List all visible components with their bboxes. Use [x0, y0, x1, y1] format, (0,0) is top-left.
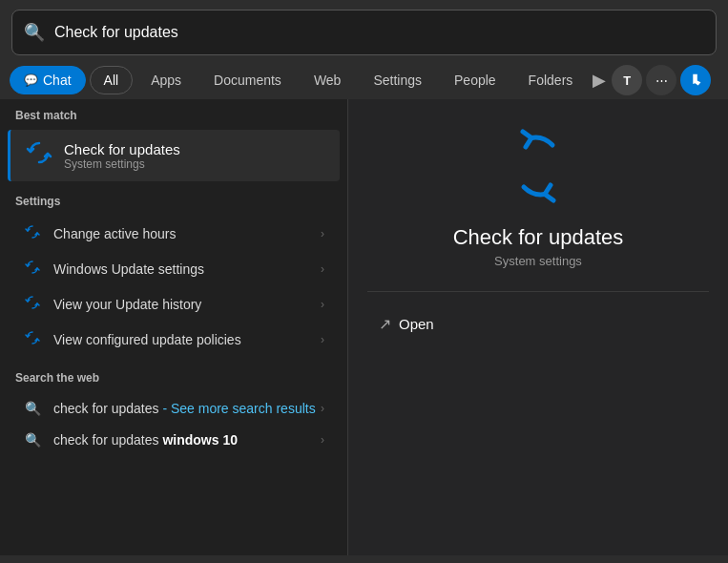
right-update-icon [500, 128, 576, 208]
search-icon-1: 🔍 [23, 401, 42, 416]
update-icon-3 [23, 295, 42, 314]
web-item-2-label: check for updates windows 10 [53, 432, 321, 448]
tab-folders[interactable]: Folders [514, 66, 588, 94]
tabs-bar: 💬 Chat All Apps Documents Web Settings P… [0, 65, 728, 95]
arrow-icon-4: › [321, 333, 324, 346]
right-title: Check for updates [453, 225, 624, 250]
tab-web-label: Web [314, 73, 342, 88]
update-icon-2 [23, 260, 42, 279]
tab-people-label: People [454, 73, 496, 88]
best-match-item[interactable]: Check for updates System settings [8, 130, 340, 181]
web-items: 🔍 check for updates - See more search re… [0, 388, 347, 460]
tab-apps[interactable]: Apps [136, 66, 196, 94]
right-panel: Check for updates System settings ↗ Open [348, 99, 728, 555]
arrow-icon-1: › [321, 227, 324, 240]
tab-folders-label: Folders [529, 73, 573, 88]
tab-web[interactable]: Web [300, 66, 356, 94]
chat-icon: 💬 [24, 73, 38, 87]
web-arrow-2: › [321, 433, 324, 447]
tab-documents-label: Documents [214, 73, 281, 88]
best-match-subtitle: System settings [64, 157, 180, 171]
update-icon-1 [23, 224, 42, 243]
change-active-hours-label: Change active hours [53, 226, 321, 241]
best-match-text: Check for updates System settings [64, 141, 180, 171]
tab-all-label: All [104, 73, 119, 88]
tab-apps-label: Apps [151, 73, 181, 88]
tab-bing-button[interactable] [680, 65, 711, 95]
tab-people[interactable]: People [440, 66, 510, 94]
settings-items: Change active hours › Windows Update set… [0, 212, 347, 362]
settings-item-view-history[interactable]: View your Update history › [8, 287, 340, 322]
right-divider [367, 291, 709, 292]
view-history-label: View your Update history [53, 297, 321, 312]
web-arrow-1: › [321, 402, 324, 415]
tabs-scroll-right[interactable]: ▶ [593, 70, 606, 91]
search-bar: 🔍 [11, 10, 717, 55]
tab-chat[interactable]: 💬 Chat [10, 66, 86, 94]
web-item-1[interactable]: 🔍 check for updates - See more search re… [8, 393, 340, 424]
right-subtitle: System settings [494, 254, 582, 268]
search-icon: 🔍 [24, 22, 45, 43]
tab-more-button[interactable]: ⋯ [646, 65, 676, 95]
tab-settings[interactable]: Settings [359, 66, 436, 94]
settings-label: Settings [0, 185, 347, 212]
tab-settings-label: Settings [373, 73, 422, 88]
web-item-1-label: check for updates - See more search resu… [53, 401, 321, 416]
windows-update-settings-label: Windows Update settings [53, 261, 321, 277]
web-item-2[interactable]: 🔍 check for updates windows 10 › [8, 425, 340, 455]
settings-item-change-active-hours[interactable]: Change active hours › [8, 217, 340, 251]
left-panel: Best match Check for updates System sett… [0, 99, 348, 555]
tab-t-button[interactable]: T [612, 65, 642, 95]
web-search-label: Search the web [0, 362, 347, 388]
open-icon: ↗ [379, 315, 391, 333]
search-input[interactable] [54, 24, 704, 41]
settings-item-windows-update[interactable]: Windows Update settings › [8, 252, 340, 286]
arrow-icon-2: › [321, 262, 324, 276]
main-area: Best match Check for updates System sett… [0, 99, 728, 555]
open-button[interactable]: ↗ Open [367, 309, 446, 339]
update-icon-4 [23, 330, 42, 349]
update-icon [26, 139, 52, 172]
view-policies-label: View configured update policies [53, 332, 321, 347]
arrow-icon-3: › [321, 298, 324, 311]
search-icon-2: 🔍 [23, 432, 42, 448]
tab-documents[interactable]: Documents [199, 66, 296, 94]
best-match-label: Best match [0, 99, 347, 126]
open-label: Open [399, 316, 434, 332]
settings-item-view-policies[interactable]: View configured update policies › [8, 323, 340, 357]
best-match-title: Check for updates [64, 141, 180, 157]
tab-chat-label: Chat [43, 73, 72, 88]
tab-all[interactable]: All [90, 66, 134, 94]
